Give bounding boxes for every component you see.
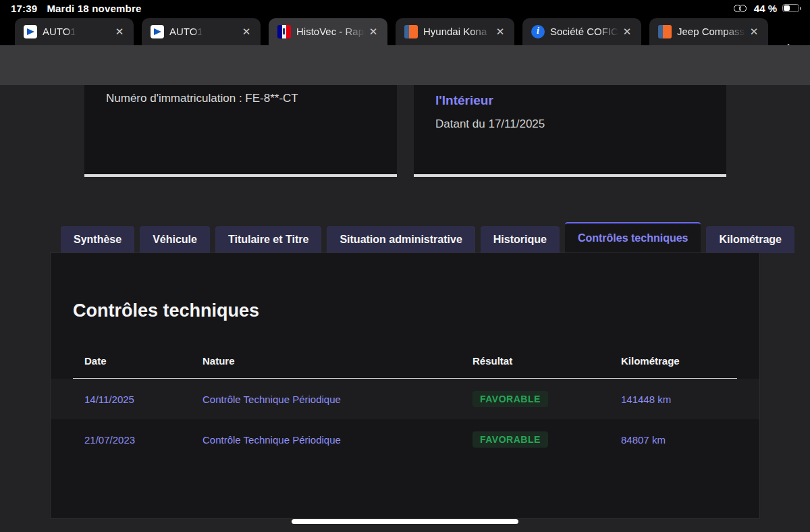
tab-title: HistoVec - Rapp [296,18,365,45]
panel-heading: Contrôles techniques [73,300,259,321]
close-tab-icon[interactable]: ✕ [236,18,256,45]
column-header-date: Date [84,355,202,367]
close-tab-icon[interactable]: ✕ [363,18,383,45]
section-tab-titulaire-et-titre[interactable]: Titulaire et Titre [215,226,321,253]
browser-tab-6[interactable]: Jeep Compass 1✕ [649,18,768,45]
report-date: Datant du 17/11/2025 [435,117,705,131]
tab-title: Société COFICA [550,18,619,45]
tab-title: Jeep Compass 1 [677,18,746,45]
section-tabs: SynthèseVéhiculeTitulaire et TitreSituat… [61,222,794,253]
french-flag-favicon-icon [277,25,291,38]
status-date: Mardi 18 novembre [47,3,141,14]
column-header-kilom-trage: Kilométrage [621,355,737,367]
close-tab-icon[interactable]: ✕ [744,18,764,45]
tab-title: AUTO1 [43,18,76,45]
ct-kilometrage: 84807 km [621,434,737,446]
registration-number: Numéro d'immatriculation : FE-8**-CT [106,92,375,105]
ct-date: 14/11/2025 [84,394,202,405]
controles-techniques-panel: Contrôles techniques DateNatureRésultatK… [51,253,759,518]
close-tab-icon[interactable]: ✕ [617,18,637,45]
result-badge: FAVORABLE [473,391,548,407]
close-tab-icon[interactable]: ✕ [490,18,510,45]
table-row: 21/07/2023Contrôle Technique PériodiqueF… [51,419,759,460]
tab-title: AUTO1 [169,18,203,45]
browser-tab-1[interactable]: AUTO1✕ [15,18,134,45]
status-time: 17:39 [11,3,37,14]
ct-nature: Contrôle Technique Périodique [202,394,473,405]
leboncoin-favicon-icon [658,25,672,38]
histovec-page: Numéro d'immatriculation : FE-8**-CT l'I… [0,85,810,532]
battery-percent: 44 % [754,3,777,14]
section-tab-historique[interactable]: Historique [481,226,560,253]
leboncoin-favicon-icon [404,25,418,38]
browser-toolbar: histovec.interieur.gouv.fr 6 [0,45,810,85]
browser-tab-strip: + AUTO1✕AUTO1✕HistoVec - Rapp✕Hyundai Ko… [0,16,810,45]
section-tab-contr-les-techniques[interactable]: Contrôles techniques [565,222,701,253]
auto1-favicon-icon [24,25,37,38]
browser-tab-5[interactable]: Société COFICA✕ [522,18,641,45]
section-tab-situation-administrative[interactable]: Situation administrative [327,226,475,253]
result-badge: FAVORABLE [473,431,548,448]
column-header-r-sultat: Résultat [473,355,621,367]
browser-tab-3[interactable]: HistoVec - Rapp✕ [269,18,387,45]
status-bar: 17:39 Mardi 18 novembre 44 % [0,0,810,16]
personal-hotspot-icon [734,4,749,13]
column-header-nature: Nature [202,355,473,367]
ct-kilometrage: 141448 km [621,394,737,405]
close-tab-icon[interactable]: ✕ [109,18,130,45]
table-body: 14/11/2025Contrôle Technique PériodiqueF… [51,379,759,460]
ct-date: 21/07/2023 [84,434,202,446]
section-tab-v-hicule[interactable]: Véhicule [140,226,210,253]
report-title: l'Intérieur [435,93,705,108]
home-indicator[interactable] [292,519,518,524]
info-blue-favicon-icon [531,25,545,38]
browser-tab-4[interactable]: Hyundai Kona 1.6✕ [396,18,514,45]
auto1-favicon-icon [151,25,164,38]
section-tab-synth-se[interactable]: Synthèse [61,226,134,253]
battery-icon [782,4,799,12]
section-tab-kilom-trage[interactable]: Kilométrage [706,226,794,253]
ipad-screen: 17:39 Mardi 18 novembre 44 % + AUTO1✕AUT… [0,0,810,532]
report-card: l'Intérieur Datant du 17/11/2025 [414,85,726,177]
table-row: 14/11/2025Contrôle Technique PériodiqueF… [51,379,759,419]
table-header-row: DateNatureRésultatKilométrage [73,344,737,379]
browser-tab-2[interactable]: AUTO1✕ [142,18,261,45]
registration-card: Numéro d'immatriculation : FE-8**-CT [84,85,397,177]
ct-nature: Contrôle Technique Périodique [202,434,473,446]
tab-title: Hyundai Kona 1.6 [423,18,492,45]
